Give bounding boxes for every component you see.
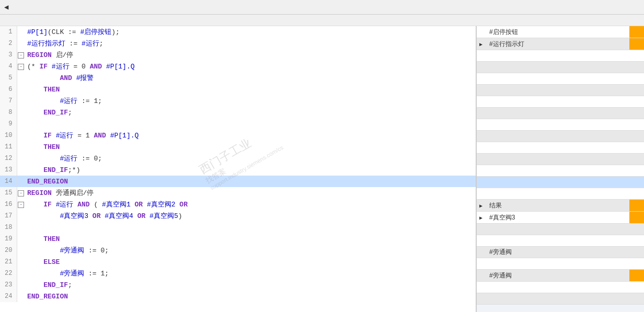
side-color-indicator bbox=[629, 62, 644, 73]
title-bar: ◀ bbox=[0, 0, 644, 15]
side-color-indicator bbox=[629, 142, 644, 154]
code-line-content[interactable]: THEN bbox=[25, 84, 476, 95]
collapse-icon bbox=[17, 95, 25, 107]
collapse-icon bbox=[17, 268, 25, 279]
line-number: 4 bbox=[0, 61, 17, 72]
side-table: #启停按钮▶#运行指示灯▶结果▶#真空阀3#旁通阀#旁通阀 bbox=[477, 26, 644, 305]
line-number: 21 bbox=[0, 256, 17, 268]
side-arrow-indicator: ▶ bbox=[477, 38, 485, 50]
line-number: 7 bbox=[0, 95, 17, 107]
code-line-content[interactable]: #旁通阀 := 1; bbox=[25, 268, 476, 279]
side-label bbox=[485, 142, 629, 154]
collapse-icon bbox=[17, 118, 25, 130]
side-arrow-indicator: ▶ bbox=[477, 212, 485, 224]
side-label: #旁通阀 bbox=[485, 270, 629, 282]
side-label bbox=[485, 293, 629, 305]
line-number: 23 bbox=[0, 279, 17, 291]
line-number: 15 bbox=[0, 187, 17, 199]
line-number: 19 bbox=[0, 233, 17, 245]
side-label: #旁通阀 bbox=[485, 247, 629, 258]
code-line-content[interactable]: REGION 启/停 bbox=[25, 49, 476, 61]
side-arrow-indicator bbox=[477, 96, 485, 108]
side-color-indicator bbox=[629, 235, 644, 247]
side-color-indicator bbox=[629, 26, 644, 38]
code-line-content[interactable]: THEN bbox=[25, 233, 476, 245]
side-color-indicator bbox=[629, 188, 644, 200]
side-arrow-indicator bbox=[477, 293, 485, 305]
collapse-icon bbox=[17, 72, 25, 84]
line-number: 18 bbox=[0, 222, 17, 233]
side-label bbox=[485, 282, 629, 293]
side-label bbox=[485, 235, 629, 247]
side-label bbox=[485, 108, 629, 119]
line-number: 12 bbox=[0, 153, 17, 164]
collapse-icon bbox=[17, 176, 25, 187]
side-arrow-indicator bbox=[477, 247, 485, 258]
side-label: #运行指示灯 bbox=[485, 38, 629, 50]
line-number: 9 bbox=[0, 118, 17, 130]
side-arrow-indicator bbox=[477, 282, 485, 293]
code-line-content[interactable]: END_REGION bbox=[25, 291, 476, 302]
side-color-indicator bbox=[629, 38, 644, 50]
code-line-content[interactable]: IF #运行 = 1 AND #P[1].Q bbox=[25, 130, 476, 141]
line-number: 8 bbox=[0, 107, 17, 118]
side-label bbox=[485, 154, 629, 165]
collapse-icon[interactable]: - bbox=[17, 61, 25, 72]
side-arrow-indicator bbox=[477, 131, 485, 142]
collapse-icon bbox=[17, 210, 25, 222]
side-label bbox=[485, 50, 629, 62]
collapse-icon bbox=[17, 153, 25, 164]
code-line-content[interactable]: END_IF; bbox=[25, 107, 476, 118]
side-label: #真空阀3 bbox=[485, 212, 629, 224]
side-color-indicator bbox=[629, 131, 644, 142]
code-line-content[interactable]: #运行 := 0; bbox=[25, 153, 476, 164]
code-line-content[interactable] bbox=[25, 222, 476, 233]
side-color-indicator bbox=[629, 108, 644, 119]
code-line-content[interactable]: END_IF; bbox=[25, 279, 476, 291]
side-color-indicator bbox=[629, 293, 644, 305]
side-color-indicator bbox=[629, 177, 644, 188]
collapse-icon bbox=[17, 84, 25, 95]
code-line-content[interactable]: THEN bbox=[25, 141, 476, 153]
main-content: 西门子工业 找答案 support.industry.siemens.com/c… bbox=[0, 26, 644, 312]
code-line-content[interactable]: #旁通阀 := 0; bbox=[25, 245, 476, 256]
code-line-content[interactable] bbox=[25, 118, 476, 130]
side-color-indicator bbox=[629, 119, 644, 131]
line-number: 2 bbox=[0, 38, 17, 49]
code-line-content[interactable]: IF #运行 AND ( #真空阀1 OR #真空阀2 OR bbox=[25, 199, 476, 210]
side-color-indicator bbox=[629, 50, 644, 62]
side-arrow-indicator bbox=[477, 119, 485, 131]
line-number: 5 bbox=[0, 72, 17, 84]
side-label bbox=[485, 62, 629, 73]
code-panel[interactable]: 西门子工业 找答案 support.industry.siemens.com/c… bbox=[0, 26, 477, 312]
side-arrow-indicator: ▶ bbox=[477, 200, 485, 212]
code-line-content[interactable]: #真空阀3 OR #真空阀4 OR #真空阀5) bbox=[25, 210, 476, 222]
side-label bbox=[485, 96, 629, 108]
code-line-content[interactable]: #P[1](CLK := #启停按钮); bbox=[25, 26, 476, 38]
side-arrow-indicator bbox=[477, 188, 485, 200]
collapse-icon[interactable]: - bbox=[17, 49, 25, 61]
code-line-content[interactable]: ELSE bbox=[25, 256, 476, 268]
side-color-indicator bbox=[629, 200, 644, 212]
line-number: 11 bbox=[0, 141, 17, 153]
collapse-icon bbox=[17, 245, 25, 256]
code-line-content[interactable]: AND #报警 bbox=[25, 72, 476, 84]
side-label: #启停按钮 bbox=[485, 26, 629, 38]
collapse-icon[interactable]: - bbox=[17, 187, 25, 199]
collapse-icon bbox=[17, 107, 25, 118]
code-line-content[interactable]: #运行指示灯 := #运行; bbox=[25, 38, 476, 49]
side-color-indicator bbox=[629, 73, 644, 85]
collapse-icon bbox=[17, 141, 25, 153]
side-arrow-indicator bbox=[477, 108, 485, 119]
code-line-content[interactable]: REGION 旁通阀启/停 bbox=[25, 187, 476, 199]
side-arrow-indicator bbox=[477, 165, 485, 177]
code-line-content[interactable]: END_REGION bbox=[25, 176, 476, 187]
collapse-icon bbox=[17, 164, 25, 176]
collapse-icon[interactable]: - bbox=[17, 199, 25, 210]
side-color-indicator bbox=[629, 212, 644, 224]
collapse-icon bbox=[17, 291, 25, 302]
code-line-content[interactable]: #运行 := 1; bbox=[25, 95, 476, 107]
line-number: 3 bbox=[0, 49, 17, 61]
code-line-content[interactable]: END_IF;*) bbox=[25, 164, 476, 176]
code-line-content[interactable]: (* IF #运行 = 0 AND #P[1].Q bbox=[25, 61, 476, 72]
